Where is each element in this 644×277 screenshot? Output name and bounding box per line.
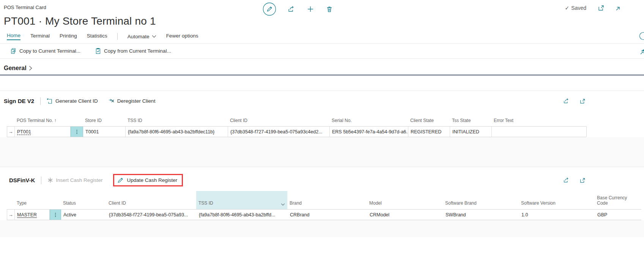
insert-cash-register-label: Insert Cash Register: [56, 177, 102, 183]
copy-from-current-terminal-command[interactable]: Copy from Current Terminal...: [95, 48, 171, 54]
col-tss-id[interactable]: TSS ID: [125, 116, 228, 126]
open-in-window-icon[interactable]: [596, 3, 606, 13]
update-cash-register-annotation: Update Cash Register: [113, 174, 183, 186]
tss-id-cell[interactable]: {fa9a7b8f-80f6-4695-ab43-ba2bffd...: [197, 210, 288, 220]
dsfinvk-header: DSFinV-K Insert Cash Register: [0, 167, 644, 190]
edit-icon[interactable]: [261, 1, 278, 17]
status-cell[interactable]: Active: [61, 210, 107, 220]
client-id-cell[interactable]: {37db3548-f727-4199-bea5-075a93c4ed2...: [228, 127, 330, 137]
model-cell[interactable]: CRModel: [367, 210, 443, 220]
dsfinvk-empty-area: [0, 220, 644, 237]
pin-icon[interactable]: [640, 49, 644, 55]
tab-statistics[interactable]: Statistics: [87, 33, 107, 40]
deregister-client-command[interactable]: Deregister Client: [109, 98, 156, 104]
col-client-id[interactable]: Client ID: [106, 191, 196, 209]
share-icon[interactable]: [286, 4, 297, 14]
new-icon[interactable]: [305, 4, 316, 14]
col-client-id[interactable]: Client ID: [228, 116, 329, 126]
tab-home[interactable]: Home: [7, 33, 20, 40]
col-software-brand[interactable]: Software Brand: [443, 191, 519, 209]
copy-document-icon: [10, 48, 17, 54]
chevron-down-icon[interactable]: [281, 203, 285, 206]
share-part-icon[interactable]: [562, 96, 571, 106]
dsfinvk-column-headers: Type Status Client ID TSS ID Brand Model…: [7, 191, 641, 209]
tab-printing[interactable]: Printing: [60, 33, 77, 40]
pos-terminal-no-link[interactable]: PT001: [17, 129, 31, 135]
part-header-divider: [41, 177, 41, 184]
general-divider: [0, 75, 644, 75]
col-status[interactable]: Status: [61, 191, 106, 209]
active-row-arrow-icon: →: [7, 210, 15, 220]
row-options-button[interactable]: ⋮: [71, 127, 83, 137]
share-part-icon[interactable]: [562, 175, 571, 185]
client-id-cell[interactable]: {37db3548-f727-4199-bea5-075a93...: [107, 210, 197, 220]
copy-to-current-terminal-command[interactable]: Copy to Current Terminal...: [10, 48, 80, 54]
col-brand[interactable]: Brand: [287, 191, 367, 209]
page-action-icons: [261, 1, 335, 17]
save-status: ✓ Saved: [565, 5, 586, 11]
deregister-x-icon: [109, 98, 115, 104]
tab-terminal[interactable]: Terminal: [30, 33, 50, 40]
sort-ascending-icon: ↑: [54, 118, 57, 123]
update-cash-register-label: Update Cash Register: [127, 177, 177, 183]
col-model[interactable]: Model: [367, 191, 443, 209]
col-pos-terminal-no[interactable]: POS Terminal No. ↑: [14, 116, 70, 126]
tss-state-cell[interactable]: INITIALIZED: [450, 127, 492, 137]
col-serial-no[interactable]: Serial No.: [329, 116, 408, 126]
tss-id-cell[interactable]: {fa9a7b8f-80f6-4695-ab43-ba2bffdec11b}: [126, 127, 228, 137]
col-store-id[interactable]: Store ID: [83, 116, 125, 126]
gutter-header: [7, 191, 14, 209]
col-error-text[interactable]: Error Text: [491, 116, 586, 126]
breadcrumb[interactable]: POS Terminal Card: [4, 5, 46, 10]
sign-de-v2-column-headers: POS Terminal No. ↑ Store ID TSS ID Clien…: [7, 116, 586, 126]
update-cash-register-command[interactable]: Update Cash Register: [118, 177, 177, 183]
help-circle-icon[interactable]: [639, 32, 644, 40]
expand-arrow-icon[interactable]: [615, 6, 620, 11]
dsfinvk-title: DSFinV-K: [9, 177, 35, 183]
save-status-label: Saved: [571, 5, 586, 11]
tab-fewer-options[interactable]: Fewer options: [166, 33, 198, 40]
error-text-cell[interactable]: [492, 127, 587, 137]
type-link[interactable]: MASTER: [17, 212, 37, 218]
software-version-cell[interactable]: 1.0: [519, 210, 595, 220]
col-base-currency-code[interactable]: Base Currency Code: [595, 191, 633, 209]
software-brand-cell[interactable]: SWBrand: [443, 210, 519, 220]
row-options-button[interactable]: ⋮: [50, 210, 61, 220]
save-status-group: ✓ Saved: [565, 3, 606, 13]
part-header-divider: [40, 97, 41, 105]
insert-asterisk-icon: [47, 177, 53, 183]
deregister-client-label: Deregister Client: [117, 98, 156, 104]
col-type[interactable]: Type: [14, 191, 49, 209]
insert-cash-register-command[interactable]: Insert Cash Register: [47, 177, 102, 183]
generate-client-id-command[interactable]: Generate Client ID: [47, 98, 98, 104]
pencil-icon: [118, 177, 124, 183]
col-software-version[interactable]: Software Version: [519, 191, 595, 209]
col-tss-id-filtered[interactable]: TSS ID: [196, 191, 287, 209]
base-currency-code-cell[interactable]: GBP: [595, 210, 642, 220]
active-row-arrow-icon: →: [7, 127, 15, 137]
general-title: General: [4, 65, 27, 72]
delete-icon[interactable]: [324, 4, 335, 14]
store-id-cell[interactable]: T0001: [83, 127, 126, 137]
popout-part-icon[interactable]: [578, 176, 587, 185]
chevron-right-icon: [29, 66, 32, 71]
general-fasttab-toggle[interactable]: General: [4, 65, 644, 72]
gutter-header: [7, 116, 14, 126]
col-tss-id-label: TSS ID: [198, 201, 213, 206]
dsfinvk-table-row: → MASTER ⋮ Active {37db3548-f727-4199-be…: [7, 209, 641, 220]
chevron-down-icon: [152, 35, 156, 38]
command-bar: Copy to Current Terminal... Copy from Cu…: [0, 44, 644, 59]
tab-automate[interactable]: Automate: [128, 34, 156, 39]
client-state-cell[interactable]: REGISTERED: [408, 127, 450, 137]
options-col-header: [49, 191, 61, 209]
col-client-state[interactable]: Client State: [408, 116, 450, 126]
new-document-icon: [47, 98, 53, 104]
sign-de-v2-title: Sign DE V2: [4, 98, 34, 104]
col-pos-terminal-no-label: POS Terminal No.: [17, 118, 53, 123]
popout-part-icon[interactable]: [578, 97, 587, 106]
brand-cell[interactable]: CRBrand: [288, 210, 367, 220]
sign-de-v2-table-row: → PT001 ⋮ T0001 {fa9a7b8f-80f6-4695-ab43…: [7, 126, 586, 137]
col-tss-state[interactable]: Tss State: [450, 116, 491, 126]
tab-divider: [117, 33, 118, 40]
serial-no-cell[interactable]: ERS 5b5e4397-fe7a-4a54-9d7d-a6...: [330, 127, 408, 137]
